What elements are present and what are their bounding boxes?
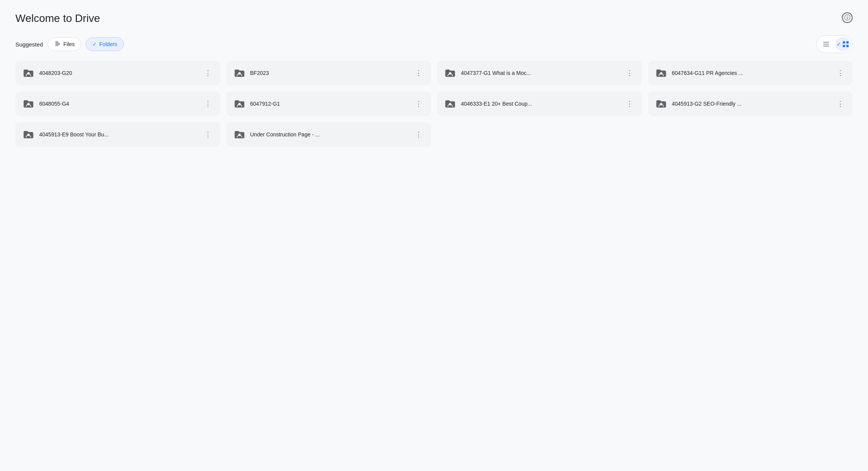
svg-rect-10: [846, 45, 849, 47]
folder-item[interactable]: Under Construction Page - ... ⋮: [226, 122, 431, 147]
folder-name: BF2023: [250, 70, 409, 76]
folder-shared-icon: [233, 97, 246, 111]
check-icon: ✓: [92, 41, 97, 47]
svg-rect-2: [55, 44, 60, 45]
info-button[interactable]: ⓘ: [842, 12, 853, 23]
grid-check-icon: ✓: [836, 41, 841, 47]
folder-item[interactable]: 4048203-G20 ⋮: [15, 61, 220, 85]
folder-name: 4047377-G1 What is a Moc...: [461, 70, 620, 76]
folder-name: 6047634-G11 PR Agencies ...: [672, 70, 831, 76]
folder-more-button[interactable]: ⋮: [412, 98, 425, 110]
folders-filter-button[interactable]: ✓ Folders: [86, 37, 124, 51]
folder-icon-wrap: [654, 66, 668, 80]
folder-shared-icon: [233, 128, 246, 141]
folder-shared-icon: [443, 66, 457, 80]
folder-icon-wrap: [443, 66, 457, 80]
folders-btn-label: Folders: [99, 41, 117, 47]
page-title: Welcome to Drive: [15, 12, 100, 25]
svg-rect-9: [843, 45, 845, 47]
folder-name: 6047912-G1: [250, 101, 409, 107]
folder-icon-wrap: [22, 66, 35, 80]
folder-more-button[interactable]: ⋮: [624, 98, 636, 110]
files-btn-label: Files: [63, 41, 75, 47]
folder-icon-wrap: [22, 128, 35, 141]
folder-shared-icon: [233, 66, 246, 80]
folder-item[interactable]: BF2023 ⋮: [226, 61, 431, 85]
suggested-label: Suggested: [15, 41, 43, 48]
folder-more-button[interactable]: ⋮: [412, 67, 425, 79]
folder-shared-icon: [22, 66, 35, 80]
page-header: Welcome to Drive ⓘ: [15, 12, 853, 25]
folder-name: 6048055-G4: [39, 101, 198, 107]
folder-name: 4046333-E1 20+ Best Coup...: [461, 101, 620, 107]
folder-more-button[interactable]: ⋮: [202, 98, 214, 110]
folder-icon-wrap: [233, 128, 246, 141]
folders-grid: 4048203-G20 ⋮ BF2023 ⋮: [15, 61, 853, 147]
folder-name: 4045913-G2 SEO-Friendly ...: [672, 101, 831, 107]
folder-shared-icon: [443, 97, 457, 111]
svg-rect-5: [823, 44, 829, 45]
folder-icon-wrap: [233, 66, 246, 80]
controls-row: Suggested Files ✓ Folders ✓: [15, 35, 853, 53]
svg-rect-6: [823, 46, 829, 46]
folder-item[interactable]: 6048055-G4 ⋮: [15, 91, 220, 116]
folder-item[interactable]: 4047377-G1 What is a Moc... ⋮: [437, 61, 642, 85]
folder-shared-icon: [654, 97, 668, 111]
folder-item[interactable]: 6047912-G1 ⋮: [226, 91, 431, 116]
folder-icon-wrap: [654, 97, 668, 111]
files-icon: [54, 41, 61, 48]
grid-view-button[interactable]: ✓: [835, 37, 851, 51]
folder-shared-icon: [22, 128, 35, 141]
svg-rect-0: [55, 41, 58, 42]
folder-icon-wrap: [443, 97, 457, 111]
files-filter-button[interactable]: Files: [48, 37, 81, 51]
folder-more-button[interactable]: ⋮: [202, 67, 214, 79]
grid-view-icon: [842, 40, 850, 48]
svg-rect-7: [843, 41, 845, 44]
list-view-icon: [822, 40, 830, 48]
folder-more-button[interactable]: ⋮: [624, 67, 636, 79]
folder-icon-wrap: [233, 97, 246, 111]
folder-name: Under Construction Page - ...: [250, 131, 409, 138]
folder-name: 4045913-E9 Boost Your Bu...: [39, 131, 198, 138]
folder-more-button[interactable]: ⋮: [834, 67, 846, 79]
folder-more-button[interactable]: ⋮: [202, 128, 214, 141]
svg-rect-3: [55, 45, 58, 46]
folder-name: 4048203-G20: [39, 70, 198, 76]
folder-item[interactable]: 4045913-G2 SEO-Friendly ... ⋮: [648, 91, 853, 116]
svg-rect-1: [55, 43, 60, 44]
folder-shared-icon: [654, 66, 668, 80]
folder-item[interactable]: 6047634-G11 PR Agencies ... ⋮: [648, 61, 853, 85]
list-view-button[interactable]: [818, 37, 834, 51]
folder-icon-wrap: [22, 97, 35, 111]
view-toggle: ✓: [816, 35, 853, 53]
folder-more-button[interactable]: ⋮: [834, 98, 846, 110]
svg-rect-8: [846, 41, 849, 44]
left-controls: Suggested Files ✓ Folders: [15, 37, 124, 51]
folder-more-button[interactable]: ⋮: [412, 128, 425, 141]
folder-item[interactable]: 4046333-E1 20+ Best Coup... ⋮: [437, 91, 642, 116]
folder-item[interactable]: 4045913-E9 Boost Your Bu... ⋮: [15, 122, 220, 147]
folder-shared-icon: [22, 97, 35, 111]
svg-rect-4: [823, 42, 829, 43]
